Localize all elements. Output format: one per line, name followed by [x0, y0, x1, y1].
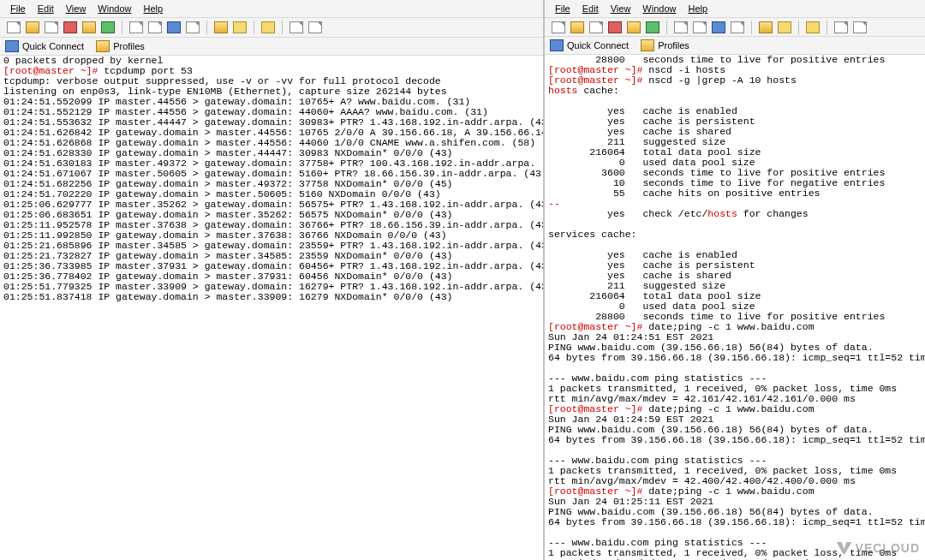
toolbar-right [545, 18, 925, 37]
folder-icon [96, 40, 110, 52]
filter-icon [712, 21, 725, 33]
pane-right: File Edit View Window Help Quick Connect… [545, 0, 925, 560]
new-window-icon [7, 21, 21, 33]
filter-icon [167, 21, 181, 33]
toolbar-separator [751, 21, 752, 34]
lightning-icon [5, 40, 19, 52]
settings-icon [214, 21, 228, 33]
find-button[interactable] [184, 19, 201, 36]
print-button[interactable] [569, 19, 586, 36]
key-button[interactable] [260, 19, 277, 36]
menu-help[interactable]: Help [688, 0, 707, 17]
paste-icon [646, 21, 659, 33]
disconnect-icon [63, 21, 77, 33]
settings-button[interactable] [757, 19, 774, 36]
menu-file[interactable]: File [10, 0, 26, 17]
help-icon [834, 21, 848, 33]
whatsthis-button[interactable] [851, 19, 868, 36]
toolbar-separator [254, 21, 254, 34]
key-icon [261, 21, 275, 33]
copy-icon [82, 21, 96, 33]
quick-connect[interactable]: Quick Connect [5, 40, 84, 52]
toolbar-separator [827, 21, 827, 34]
settings-button[interactable] [212, 19, 230, 36]
quick-connect-label: Quick Connect [22, 41, 84, 51]
menu-file[interactable]: File [555, 0, 570, 17]
copy2-icon [674, 21, 688, 33]
menu-edit[interactable]: Edit [582, 0, 599, 17]
terminal-left[interactable]: 0 packets dropped by kernel [root@master… [0, 56, 543, 560]
disconnect-icon [608, 21, 622, 33]
new-window-icon [552, 21, 565, 33]
filter-button[interactable] [710, 19, 727, 36]
palette-icon [233, 21, 247, 33]
palette-icon [778, 21, 791, 33]
whatsthis-icon [853, 21, 867, 33]
folder-icon [641, 39, 654, 51]
profiles-label: Profiles [658, 40, 689, 51]
profiles[interactable]: Profiles [641, 39, 689, 51]
filter-button[interactable] [165, 19, 182, 36]
help-button[interactable] [832, 19, 850, 36]
toolbar-separator [666, 21, 667, 34]
menu-help[interactable]: Help [143, 0, 163, 17]
find-icon [186, 21, 200, 33]
quick-connect[interactable]: Quick Connect [550, 39, 629, 51]
help-icon [289, 21, 303, 33]
find-icon [731, 21, 744, 33]
paste2-icon [693, 21, 707, 33]
copy2-button[interactable] [672, 19, 689, 36]
toolbar-left [0, 18, 543, 38]
quickbar-left: Quick Connect Profiles [0, 38, 543, 56]
toolbar-separator [798, 21, 799, 34]
copy2-icon [129, 21, 143, 33]
whatsthis-button[interactable] [307, 19, 324, 36]
profiles[interactable]: Profiles [96, 40, 145, 52]
copy-button[interactable] [625, 19, 642, 36]
copy-icon [627, 21, 641, 33]
menu-window[interactable]: Window [642, 0, 676, 17]
reconnect-icon [589, 21, 603, 33]
paste2-icon [148, 21, 162, 33]
profiles-label: Profiles [113, 41, 145, 51]
quickbar-right: Quick Connect Profiles [545, 37, 925, 55]
key-button[interactable] [804, 19, 821, 36]
find-button[interactable] [729, 19, 746, 36]
print-icon [570, 21, 584, 33]
disconnect-button[interactable] [606, 19, 624, 36]
help-button[interactable] [288, 19, 305, 36]
palette-button[interactable] [776, 19, 793, 36]
paste-button[interactable] [644, 19, 661, 36]
quick-connect-label: Quick Connect [567, 40, 629, 51]
paste-button[interactable] [99, 19, 116, 36]
whatsthis-icon [308, 21, 322, 33]
menu-window[interactable]: Window [98, 0, 131, 17]
copy2-button[interactable] [128, 19, 145, 36]
menu-view[interactable]: View [66, 0, 87, 17]
terminal-right[interactable]: 28800 seconds time to live for positive … [545, 55, 925, 560]
palette-button[interactable] [231, 19, 248, 36]
copy-button[interactable] [81, 19, 98, 36]
paste2-button[interactable] [146, 19, 164, 36]
toolbar-separator [206, 21, 207, 34]
menu-edit[interactable]: Edit [38, 0, 54, 17]
toolbar-separator [122, 21, 122, 34]
reconnect-button[interactable] [588, 19, 605, 36]
paste-icon [101, 21, 115, 33]
disconnect-button[interactable] [62, 19, 79, 36]
print-button[interactable] [24, 19, 41, 36]
new-window-button[interactable] [5, 19, 22, 36]
settings-icon [759, 21, 773, 33]
lightning-icon [550, 39, 564, 51]
paste2-button[interactable] [691, 19, 708, 36]
menu-view[interactable]: View [611, 0, 631, 17]
key-icon [806, 21, 820, 33]
reconnect-button[interactable] [43, 19, 60, 36]
reconnect-icon [45, 21, 58, 33]
pane-left: File Edit View Window Help Quick Connect… [0, 0, 545, 560]
menubar-left: File Edit View Window Help [0, 0, 543, 18]
print-icon [26, 21, 39, 33]
toolbar-separator [282, 21, 283, 34]
new-window-button[interactable] [550, 19, 567, 36]
menubar-right: File Edit View Window Help [545, 0, 925, 18]
